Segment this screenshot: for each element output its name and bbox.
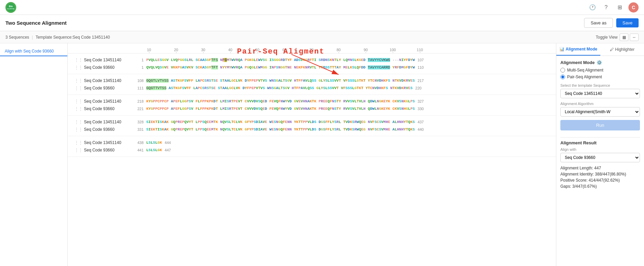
seq-name: Seq Code 93660	[84, 86, 131, 90]
table-row: ⋮⋮ Seq Code 93660 111 GQGTTVTSS ASTKGFSV…	[68, 84, 556, 92]
seq-end: 330	[417, 107, 424, 111]
left-panel: Align with Seq Code 93660	[0, 43, 68, 266]
seq-letters: PVQLLESGGV LVQPGGSLRL SCAASGFTFS NFGMTWV…	[146, 58, 415, 62]
save-as-button[interactable]: Save as	[584, 18, 613, 28]
ruler: 10 20 30 40 50 60 70 80 90 100 110	[68, 43, 556, 54]
tab-highlighter[interactable]: 🖊 Highlighter	[600, 43, 644, 56]
grid-view-icon[interactable]: ▦	[620, 34, 628, 41]
sub-header: 3 Sequences | Template Sequence:Seq Code…	[0, 31, 644, 43]
right-tabs: 📊 Alignment Mode 🖊 Highlighter	[556, 43, 644, 56]
horizontal-view-icon[interactable]: ↔	[630, 34, 639, 41]
seq-end: 217	[417, 79, 424, 83]
svg-text:by patsnap: by patsnap	[7, 8, 15, 9]
page-title: Two Sequence Alignment	[5, 20, 67, 26]
seq-end: 107	[417, 58, 424, 62]
right-panel-content: Alignment Mode ⚙️ Multi-Seq Alignment Pa…	[556, 56, 644, 266]
alignment-length-value: 447	[594, 166, 601, 170]
alignment-identity-row: Alignment Identity: 388/447(86.80%)	[560, 172, 640, 177]
drag-handle[interactable]: ⋮⋮	[74, 148, 83, 152]
drag-handle[interactable]: ⋮⋮	[74, 58, 83, 62]
seq-group-3: ⋮⋮ Seq Code 13451140 218 KYGPPCPPCP APEF…	[68, 95, 556, 116]
ruler-40: 40	[217, 48, 244, 52]
logo-icon: Bio by patsnap	[5, 2, 16, 13]
template-sequence: Template Sequence:Seq Code 13451140	[36, 35, 110, 40]
sequence-area[interactable]: 10 20 30 40 50 60 70 80 90 100 110 ⋮⋮ Se…	[68, 43, 556, 266]
table-row: ⋮⋮ Seq Code 93660 1 QVQLVQSGVE VKKPGASVK…	[68, 64, 556, 71]
pair-seq-radio[interactable]: Pair-Seq Alignment	[560, 75, 640, 79]
table-row: ⋮⋮ Seq Code 13451140 438 LSLSLGK 444	[68, 139, 556, 146]
drag-handle[interactable]: ⋮⋮	[74, 86, 83, 90]
table-row: ⋮⋮ Seq Code 93660 221 KYGPPCPPCP APEFLGG…	[68, 105, 556, 112]
alignment-mode-radio-group: Multi-Seq Alignment Pair-Seq Alignment	[560, 68, 640, 79]
toggle-icons: ▦ ↔	[620, 34, 639, 41]
save-button[interactable]: Save	[616, 18, 639, 27]
ruler-110: 110	[406, 48, 433, 52]
seq-start: 438	[131, 141, 144, 145]
tab-alignment-mode-label: Alignment Mode	[566, 47, 597, 52]
main-layout: Align with Seq Code 93660 10 20 30 40 50…	[0, 43, 644, 266]
seq-start: 328	[131, 120, 144, 124]
multi-seq-radio[interactable]: Multi-Seq Alignment	[560, 68, 640, 73]
seq-name: Seq Code 93660	[84, 106, 131, 111]
svg-text:Bio: Bio	[9, 5, 13, 7]
drag-handle[interactable]: ⋮⋮	[74, 78, 83, 83]
bar-chart-icon: 📊	[559, 47, 564, 52]
settings-icon[interactable]: ⚙️	[597, 60, 602, 65]
svg-point-0	[7, 3, 15, 12]
gaps-label: Gaps:	[560, 184, 571, 189]
alignment-identity-value: 388/447(86.80%)	[595, 172, 626, 177]
seq-group-1: ⋮⋮ Seq Code 13451140 1 PVQLLESGGV LVQPGG…	[68, 54, 556, 74]
seq-letters: QVQLVQSGVE VKKPGASVKV SCKASGYTFT NYYMYWV…	[146, 65, 415, 69]
alignment-length-row: Alignment Length: 447	[560, 166, 640, 170]
seq-start: 1	[131, 58, 144, 62]
seq-letters: GQGTTVTSS ASTKGFSVFF LAPCSRSTSE STAALGCL…	[146, 86, 413, 90]
ruler-70: 70	[298, 48, 325, 52]
drag-handle[interactable]: ⋮⋮	[74, 65, 83, 70]
ruler-90: 90	[352, 48, 379, 52]
seq-group-4: ⋮⋮ Seq Code 13451140 328 SIEKTISKAK GQPR…	[68, 116, 556, 136]
multi-seq-radio-input[interactable]	[560, 68, 565, 73]
divider: |	[32, 35, 33, 40]
header-row: Two Sequence Alignment Save as Save	[0, 15, 644, 31]
history-icon[interactable]: 🕐	[588, 3, 597, 12]
run-button[interactable]: Run	[560, 120, 640, 130]
multi-seq-label: Multi-Seq Alignment	[567, 68, 603, 73]
positive-score-value: 414/447(92.62%)	[588, 178, 620, 183]
template-seq-select[interactable]: Seq Code 13451140	[560, 89, 640, 98]
seq-name: Seq Code 13451140	[84, 99, 131, 104]
table-row: ⋮⋮ Seq Code 13451140 328 SIEKTISKAK GQPR…	[68, 118, 556, 126]
table-row: ⋮⋮ Seq Code 13451140 108 GQGTLVTVSS ASTK…	[68, 77, 556, 84]
pair-seq-radio-input[interactable]	[560, 75, 565, 79]
avatar[interactable]: C	[628, 2, 639, 13]
seq-letters: SIEKTISKAK GQPREPQVYT LPPSQEEMTK NQVSLTC…	[146, 120, 415, 124]
drag-handle[interactable]: ⋮⋮	[74, 140, 83, 145]
drag-handle[interactable]: ⋮⋮	[74, 99, 83, 104]
ruler-30: 30	[190, 48, 217, 52]
align-with-select[interactable]: Seq Code 93660	[560, 153, 640, 162]
table-row: ⋮⋮ Seq Code 13451140 218 KYGPPCPPCP APEF…	[68, 98, 556, 105]
seq-name: Seq Code 93660	[84, 148, 131, 152]
seq-group-5: ⋮⋮ Seq Code 13451140 438 LSLSLGK 444 ⋮⋮ …	[68, 136, 556, 157]
seq-name: Seq Code 13451140	[84, 78, 131, 83]
drag-handle[interactable]: ⋮⋮	[74, 127, 83, 132]
apps-icon[interactable]: ⊞	[615, 3, 624, 12]
gaps-value: 3/447(0.67%)	[572, 184, 597, 189]
algorithm-select[interactable]: Local Alignment(Smith-W	[560, 107, 640, 117]
alignment-length-label: Alignment Length:	[560, 166, 593, 170]
tab-alignment-mode[interactable]: 📊 Alignment Mode	[556, 43, 600, 56]
seq-letters: KYGPPCPPCP APEFLGGPSV FLFPPKPKDT LMISRTP…	[146, 99, 415, 103]
positive-score-row: Positive Score: 414/447(92.62%)	[560, 178, 640, 183]
align-with-label[interactable]: Align with Seq Code 93660	[0, 47, 67, 56]
seq-name: Seq Code 13451140	[84, 140, 131, 145]
positive-score-label: Positive Score:	[560, 178, 587, 183]
help-icon[interactable]: ?	[601, 3, 611, 12]
algorithm-label: Alignment Algorithm	[560, 102, 640, 106]
drag-handle[interactable]: ⋮⋮	[74, 120, 83, 124]
top-nav: Bio by patsnap 🕐 ? ⊞ C	[0, 0, 644, 15]
ruler-80: 80	[325, 48, 352, 52]
template-seq-label: Select the template Sequence	[560, 83, 640, 87]
gaps-row: Gaps: 3/447(0.67%)	[560, 184, 640, 189]
seq-name: Seq Code 13451140	[84, 120, 131, 124]
seq-letters: LSLSLGK	[146, 141, 162, 145]
drag-handle[interactable]: ⋮⋮	[74, 106, 83, 111]
